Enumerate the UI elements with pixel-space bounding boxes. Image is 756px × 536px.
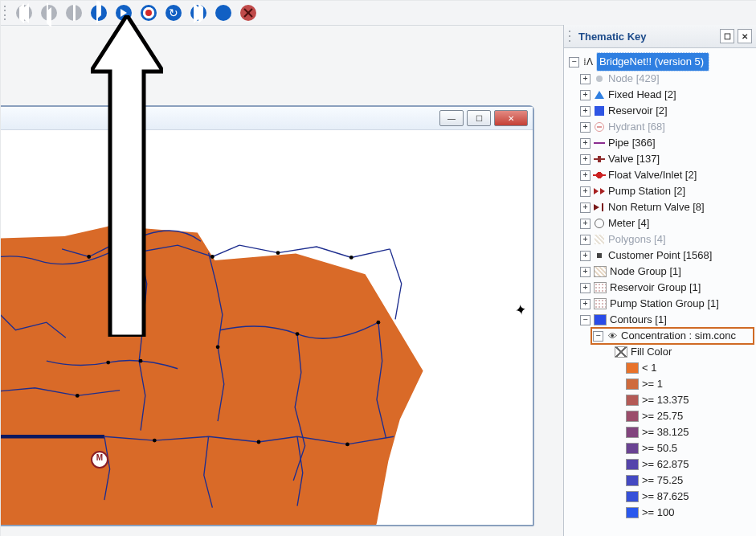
network-icon: ⁞Λ (582, 56, 594, 68)
tree-item[interactable]: Pump Station [2] (608, 183, 685, 199)
map-window: — ☐ ✕ (0, 105, 534, 526)
expand-toggle[interactable]: + (580, 154, 590, 165)
panel-close-button[interactable]: ✕ (738, 29, 752, 43)
svg-point-1 (141, 249, 145, 253)
nrv-icon (594, 202, 605, 213)
expand-toggle[interactable]: + (580, 186, 590, 197)
tree-item-concentration[interactable]: Concentration : sim.conc (621, 328, 736, 344)
tri-icon (594, 89, 605, 100)
legend-label: >= 62.875 (642, 456, 689, 473)
legend-label: >= 13.375 (642, 392, 689, 408)
tree-item-contours[interactable]: Contours [1] (610, 312, 667, 328)
tree-item[interactable]: Pipe [366] (608, 135, 656, 151)
tree-item[interactable]: Node [429] (608, 71, 660, 87)
fast-forward-button[interactable] (190, 5, 206, 21)
close-button[interactable]: ✕ (494, 110, 528, 126)
expand-toggle[interactable]: + (580, 203, 590, 213)
tree-item[interactable]: Customer Point [1568] (608, 248, 712, 264)
legend-swatch (626, 475, 639, 486)
legend-label: >= 100 (642, 505, 675, 521)
expand-toggle[interactable]: − (569, 57, 579, 68)
svg-point-10 (257, 440, 261, 444)
svg-point-8 (376, 321, 380, 325)
thematic-key-panel: Thematic Key ☐ ✕ − ⁞Λ BridgeNet!! (versi… (563, 25, 756, 536)
playback-toolbar: ↻ (1, 1, 756, 26)
fill-color-icon (615, 346, 627, 358)
expand-toggle[interactable]: + (580, 122, 590, 133)
expand-toggle[interactable]: + (580, 138, 590, 149)
panel-grip[interactable] (569, 31, 574, 42)
pt-icon (594, 250, 605, 261)
tree-item[interactable]: Non Return Valve [8] (608, 199, 705, 215)
rewind-start-button[interactable] (16, 5, 32, 21)
tree-item[interactable]: Polygons [4] (608, 231, 666, 248)
legend-label: >= 25.75 (642, 408, 683, 424)
hyd-icon (594, 121, 605, 133)
legend-swatch (626, 459, 639, 470)
legend-swatch (626, 395, 639, 406)
tree-item[interactable]: Reservoir Group [1] (610, 280, 701, 296)
step-forward-button[interactable] (91, 5, 107, 21)
tree-item[interactable]: Float Valve/Inlet [2] (608, 167, 697, 183)
tree-root-label[interactable]: BridgeNet!! (version 5) (597, 53, 709, 71)
expand-toggle[interactable]: + (580, 74, 590, 84)
panel-maximize-button[interactable]: ☐ (720, 29, 734, 43)
expand-toggle[interactable]: + (580, 267, 590, 277)
meter-marker[interactable]: M (91, 451, 108, 468)
legend-label: >= 1 (642, 376, 663, 392)
legend-swatch (626, 378, 639, 390)
legend-swatch (626, 427, 639, 438)
legend-swatch (626, 443, 639, 454)
line-icon (594, 137, 605, 149)
svg-point-5 (139, 359, 143, 363)
panel-title: Thematic Key (578, 31, 647, 43)
tree-item[interactable]: Meter [4] (608, 215, 649, 231)
visibility-icon[interactable] (607, 330, 618, 342)
pipe-network (0, 129, 533, 525)
expand-toggle[interactable]: + (580, 106, 590, 117)
step-back-button[interactable] (41, 5, 57, 21)
map-canvas[interactable]: M (0, 129, 533, 525)
svg-point-9 (153, 439, 157, 443)
svg-point-3 (276, 251, 280, 255)
results-grid-button[interactable] (215, 5, 231, 21)
legend-label: >= 75.25 (642, 473, 683, 489)
maximize-button[interactable]: ☐ (467, 110, 491, 126)
resv-icon (594, 105, 605, 117)
expand-toggle[interactable]: + (580, 299, 590, 309)
thematic-key-tree[interactable]: − ⁞Λ BridgeNet!! (version 5) +Node [429]… (564, 48, 756, 526)
contours-swatch (594, 314, 607, 325)
legend-swatch (626, 507, 639, 518)
minimize-button[interactable]: — (439, 110, 464, 126)
tree-item[interactable]: Pump Station Group [1] (610, 296, 719, 312)
play-button[interactable] (116, 5, 132, 21)
expand-toggle[interactable]: + (580, 251, 590, 261)
replay-loop-button[interactable]: ↻ (166, 5, 182, 21)
map-window-titlebar[interactable]: — ☐ ✕ (0, 107, 533, 130)
expand-toggle[interactable]: − (580, 315, 590, 325)
tree-item[interactable]: Valve [137] (608, 151, 660, 167)
expand-toggle[interactable]: + (580, 170, 590, 181)
hatch-icon (594, 266, 607, 277)
tree-item[interactable]: Hydrant [68] (608, 119, 665, 135)
poly-icon (594, 234, 605, 245)
tree-item[interactable]: Node Group [1] (610, 264, 681, 280)
svg-point-13 (106, 361, 110, 365)
tree-item[interactable]: Fixed Head [2] (608, 87, 676, 103)
expand-toggle[interactable]: + (580, 219, 590, 229)
legend-swatch (626, 411, 639, 422)
legend-label: < 1 (642, 360, 656, 376)
tree-item[interactable]: Reservoir [2] (608, 103, 668, 119)
record-button[interactable] (141, 5, 157, 21)
expand-toggle[interactable]: − (593, 331, 603, 342)
expand-toggle[interactable]: + (580, 235, 590, 245)
tree-item-fill-color[interactable]: Fill Color (631, 344, 672, 360)
thematic-key-header[interactable]: Thematic Key ☐ ✕ (564, 25, 756, 48)
pause-button[interactable] (66, 5, 82, 21)
toolbar-grip[interactable] (4, 6, 9, 20)
expand-toggle[interactable]: + (580, 283, 590, 293)
legend-swatch (626, 491, 639, 502)
svg-point-4 (349, 256, 353, 260)
expand-toggle[interactable]: + (580, 90, 590, 100)
stop-off-button[interactable] (240, 5, 256, 21)
